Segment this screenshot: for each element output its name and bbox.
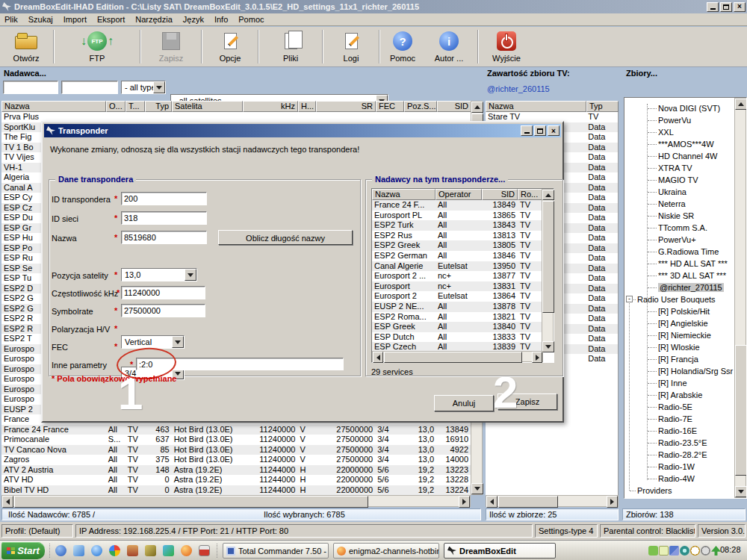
tree-item[interactable]: Radio-4W [625, 473, 734, 485]
tree-item[interactable]: [R] Polskie/Hit [625, 305, 734, 317]
minimize-button[interactable] [707, 2, 719, 12]
media-tray-icon[interactable] [680, 546, 689, 556]
menu-item[interactable]: Pomoc [238, 15, 264, 24]
horizontal-scrollbar[interactable] [372, 351, 543, 362]
close-button[interactable]: × [734, 2, 746, 12]
tree-item[interactable]: Niskie SR [625, 210, 734, 222]
service-row[interactable]: Eurosportnc+13831TV [372, 281, 554, 292]
tree-item[interactable]: *** 3D ALL SAT *** [625, 270, 734, 281]
tree-item[interactable]: Radio-16E [625, 425, 734, 437]
scrollbar-thumb[interactable] [498, 496, 558, 508]
clock-tray-icon[interactable] [690, 546, 700, 556]
table-row[interactable]: PrimocanaleS...TV637Hot Bird (13.0E)1124… [1, 435, 471, 445]
save-button[interactable]: Zapisz [143, 28, 199, 66]
tree-item[interactable]: G.Radiowa Time [625, 246, 734, 258]
scroll-down-icon[interactable] [471, 483, 483, 494]
menu-item[interactable]: Język [183, 15, 204, 24]
tree-item[interactable]: TTcomm S.A. [625, 222, 734, 234]
service-row[interactable]: ESP2 GermanAll13846TV [372, 251, 554, 261]
tree-item[interactable]: - Radio User Bouquets [625, 293, 734, 305]
tree-item[interactable]: HD Channel 4W [625, 150, 734, 162]
column-header[interactable]: Operator [436, 189, 482, 200]
service-row[interactable]: EUSP 2 NE...All13878TV [372, 302, 554, 312]
tree-item[interactable]: Radio-23.5°E [625, 437, 734, 449]
satellite-position-combo[interactable]: 13,0 [121, 268, 197, 281]
service-row[interactable]: Eurosport 2Eutelsat13864TV [372, 291, 554, 302]
tree-item[interactable]: [R] Inne [625, 377, 734, 389]
chevron-down-icon[interactable] [185, 269, 196, 281]
network-id-input[interactable] [121, 211, 207, 225]
filter-input-2[interactable] [61, 81, 118, 94]
scroll-left-icon[interactable] [2, 496, 13, 508]
column-header[interactable]: FEC [376, 101, 404, 112]
frequency-input[interactable] [121, 286, 205, 299]
tree-item[interactable]: Nova DIGI (SVT) [625, 102, 734, 114]
table-row[interactable]: ATV 2 AustriaAllTV148Astra (19.2E)112440… [1, 465, 471, 476]
notes-tray-icon[interactable] [659, 546, 669, 556]
tree-item[interactable]: Radio-28.2°E [625, 449, 734, 461]
tree-item[interactable]: Providers [625, 485, 734, 497]
column-header[interactable]: Nazwa [1, 101, 106, 112]
scroll-up-icon[interactable] [735, 99, 747, 110]
menu-item[interactable]: Eksport [97, 15, 125, 24]
service-row[interactable]: ESP2 Roma...All13821TV [372, 312, 554, 323]
service-row[interactable]: Eurosport PLAll13865TV [372, 211, 554, 221]
tree-item[interactable]: PowerVu [625, 114, 734, 126]
column-header[interactable]: Satelita [172, 101, 243, 112]
dialog-minimize-button[interactable] [521, 125, 533, 136]
column-header[interactable]: Poz.S... [404, 101, 437, 112]
service-row[interactable]: ESP2 TurkAll13843TV [372, 220, 554, 231]
tree-item[interactable]: [R] Francja [625, 353, 734, 365]
scroll-right-icon[interactable] [532, 352, 542, 363]
column-header[interactable]: SR [316, 101, 376, 112]
tree-item[interactable]: MAGIO TV [625, 174, 734, 186]
tree-item[interactable]: Neterra [625, 198, 734, 210]
scroll-left-icon[interactable] [373, 352, 383, 363]
menu-item[interactable]: Plik [4, 15, 18, 24]
scroll-up-icon[interactable] [542, 190, 554, 200]
tree-item[interactable]: @richter_270115 [625, 281, 734, 293]
tree-item[interactable]: Radio-1W [625, 461, 734, 473]
type-filter-combo[interactable]: - all types - [121, 81, 166, 94]
tree-item[interactable]: [R] Arabskie [625, 389, 734, 401]
tree-expander-icon[interactable]: - [626, 296, 633, 302]
messenger-icon[interactable] [73, 545, 84, 556]
column-header[interactable]: H... [298, 101, 316, 112]
table-row[interactable]: France 24 FranceAllTV463Hot Bird (13.0E)… [1, 425, 471, 435]
chevron-down-icon[interactable] [153, 81, 165, 93]
transponder-id-input[interactable] [121, 192, 207, 205]
horizontal-scrollbar[interactable] [486, 495, 619, 507]
service-row[interactable]: Canal AlgerieEutelsat13950TV [372, 261, 554, 272]
scroll-left-icon[interactable] [486, 496, 498, 508]
table-row[interactable]: ATV HDAllTV0Astra (19.2E)11244000H220000… [1, 475, 471, 485]
table-row[interactable]: TV Cancao NovaAllTV85Hot Bird (13.0E)112… [1, 445, 471, 455]
open-button[interactable]: Otwórz [1, 28, 51, 66]
menu-item[interactable]: Info [214, 15, 228, 24]
scrollbar-thumb[interactable] [735, 345, 747, 476]
files-button[interactable]: Pliki [261, 28, 320, 66]
menu-item[interactable]: Import [63, 15, 87, 24]
scrollbar-thumb[interactable] [14, 496, 368, 508]
tree-item[interactable]: [R] Wloskie [625, 341, 734, 353]
task-button[interactable]: enigma2-channels-hotbir... [333, 543, 439, 559]
volume-tray-icon[interactable] [701, 546, 710, 556]
tree-item[interactable]: *** HD ALL SAT *** [625, 258, 734, 270]
help-button[interactable]: ? Pomoc [382, 28, 423, 66]
tree-item[interactable]: XTRA TV [625, 162, 734, 174]
chrome-icon[interactable] [109, 545, 120, 556]
scrollbar-thumb[interactable] [384, 352, 522, 363]
tree-item[interactable]: Radio-5E [625, 401, 734, 413]
service-row[interactable]: ESP GreekAll13840TV [372, 322, 554, 332]
cancel-button[interactable]: Anuluj [434, 395, 494, 411]
column-header[interactable]: Ro... [518, 189, 543, 200]
scroll-right-icon[interactable] [607, 496, 618, 508]
internet-explorer-icon[interactable] [91, 545, 102, 556]
chevron-down-icon[interactable] [172, 336, 184, 348]
tree-item[interactable]: [R] Angielskie [625, 317, 734, 329]
filter-input-1[interactable] [3, 81, 58, 94]
scroll-down-icon[interactable] [542, 341, 554, 352]
logs-button[interactable]: Logi [326, 28, 376, 66]
tree-item[interactable]: [R] Niemieckie [625, 329, 734, 341]
dialog-close-button[interactable]: × [548, 125, 560, 136]
name-input[interactable] [121, 231, 207, 244]
